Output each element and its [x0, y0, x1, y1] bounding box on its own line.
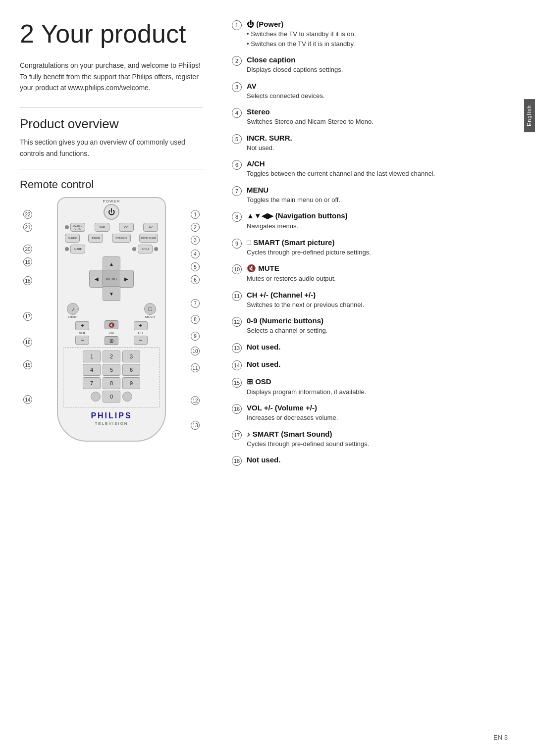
function-item-13: 13Not used.	[228, 343, 510, 353]
smart-sound-btn[interactable]: ♪ SMART	[67, 303, 79, 318]
surf-dot	[65, 247, 69, 251]
function-title-11: CH +/- (Channel +/-)	[247, 291, 510, 299]
smart-picture-btn[interactable]: □ SMART	[144, 303, 156, 318]
callout-12: 12	[191, 396, 200, 405]
function-title-2: Close caption	[247, 55, 510, 64]
btn-extra-left[interactable]	[91, 392, 101, 402]
mute-osd-group: 🔇 OSD ⊞	[105, 320, 118, 345]
btn-5[interactable]: 5	[103, 364, 120, 376]
callout-7: 7	[191, 299, 200, 308]
function-num-14: 14	[228, 360, 242, 370]
vol-ch-row: + VOL − 🔇 OSD ⊞ + CH −	[63, 320, 160, 345]
vol-minus-btn[interactable]: −	[75, 336, 89, 345]
nav-cross: ▲ ◀ MENU ▶ ▼	[89, 256, 134, 301]
page-footer: EN 3	[493, 734, 508, 741]
function-title-14: Not used.	[247, 360, 510, 368]
function-list: 1⏻ (Power)• Switches the TV to standby i…	[228, 20, 510, 466]
callout-4: 4	[191, 250, 200, 258]
function-desc-2: Displays closed captions settings.	[247, 65, 510, 75]
btn-7[interactable]: 7	[83, 377, 101, 389]
osd-label-small: OSD	[109, 331, 114, 334]
function-item-1: 1⏻ (Power)• Switches the TV to standby i…	[228, 20, 510, 49]
mute-btn[interactable]: 🔇	[105, 320, 118, 329]
active-ctrl-btn[interactable]: ACTIVE CTRL	[70, 223, 85, 232]
stereo-btn[interactable]: STEREO	[112, 234, 131, 243]
ch-minus-btn[interactable]: −	[134, 336, 148, 345]
btn-4[interactable]: 4	[83, 364, 101, 376]
callout-11: 11	[191, 363, 200, 372]
function-title-5: INCR. SURR.	[247, 134, 510, 142]
function-item-18: 18Not used.	[228, 455, 510, 466]
btn-1[interactable]: 1	[83, 351, 101, 362]
function-item-7: 7MENUToggles the main menu on or off.	[228, 186, 510, 205]
callout-1: 1	[191, 210, 200, 219]
callout-6: 6	[191, 275, 200, 284]
tv-label: TELEVISION	[63, 421, 160, 426]
function-desc-9: Cycles through pre-defined picture setti…	[247, 248, 510, 257]
btn-3[interactable]: 3	[122, 351, 140, 362]
nav-menu-btn[interactable]: MENU	[103, 270, 120, 288]
callout-8: 8	[191, 315, 200, 324]
function-desc-6: Toggles between the current channel and …	[247, 169, 510, 179]
function-num-8: 8	[228, 211, 242, 222]
function-num-17: 17	[228, 430, 242, 440]
callout-15: 15	[23, 360, 32, 369]
nav-down-btn[interactable]: ▼	[103, 286, 120, 301]
vol-group: + VOL −	[75, 321, 89, 345]
divider-1	[20, 107, 203, 107]
function-title-12: 0-9 (Numeric buttons)	[247, 316, 510, 325]
function-title-3: AV	[247, 82, 510, 90]
callout-9: 9	[191, 332, 200, 341]
callout-19: 19	[23, 257, 32, 266]
active-ctrl-dot	[65, 225, 69, 229]
timer-btn[interactable]: TIMER	[88, 234, 103, 243]
ch-plus-btn[interactable]: +	[134, 321, 148, 330]
nav-left-btn[interactable]: ◀	[89, 270, 104, 288]
vol-plus-btn[interactable]: +	[75, 321, 89, 330]
nav-up-btn[interactable]: ▲	[103, 256, 120, 271]
function-desc-5: Not used.	[247, 143, 510, 153]
btn-9[interactable]: 9	[122, 377, 140, 389]
side-tab-english: English	[524, 99, 535, 132]
left-callouts: 22 21 20 19 18 17 16 15 14	[23, 197, 32, 404]
callout-3: 3	[191, 236, 200, 245]
callout-21: 21	[23, 223, 32, 232]
btn-6[interactable]: 6	[122, 364, 140, 376]
function-title-15: ⊞ OSD	[247, 377, 510, 386]
section-title: Product overview	[20, 116, 203, 132]
btn-2[interactable]: 2	[103, 351, 120, 362]
btn-extra-right[interactable]	[122, 392, 132, 402]
btn-8[interactable]: 8	[103, 377, 120, 389]
remote-label: Remote control	[20, 178, 203, 191]
function-item-4: 4StereoSwitches Stereo and Nicam Stereo …	[228, 107, 510, 127]
function-item-9: 9□ SMART (Smart picture)Cycles through p…	[228, 238, 510, 257]
power-label: POWER	[103, 199, 120, 203]
cc-btn[interactable]: CC	[119, 223, 134, 232]
callout-5: 5	[191, 262, 200, 271]
nav-right-btn[interactable]: ▶	[119, 270, 134, 288]
incr-surr-btn[interactable]: INCR SURR	[139, 234, 158, 243]
sleep-btn[interactable]: SLEEP	[65, 234, 80, 243]
function-item-14: 14Not used.	[228, 360, 510, 370]
function-title-16: VOL +/- (Volume +/-)	[247, 403, 510, 412]
surf-btn[interactable]: SURF	[70, 245, 85, 253]
av-btn[interactable]: AV	[143, 223, 158, 232]
function-num-1: 1	[228, 20, 242, 30]
right-column: 1⏻ (Power)• Switches the TV to standby i…	[218, 20, 510, 473]
remote-body: POWER ⏻ ACTIVE CTRL SAP CC AV SLEEP T	[57, 197, 166, 442]
section-desc: This section gives you an overview of co…	[20, 137, 203, 159]
callout-2: 2	[191, 223, 200, 232]
function-desc-17: Cycles through pre-defined sound setting…	[247, 439, 510, 449]
callout-14: 14	[23, 395, 32, 404]
power-button[interactable]: ⏻	[104, 204, 119, 220]
a-ch-btn[interactable]: A/CH	[138, 245, 153, 253]
btn-0[interactable]: 0	[103, 391, 120, 403]
function-num-6: 6	[228, 159, 242, 170]
function-title-4: Stereo	[247, 107, 510, 116]
function-num-3: 3	[228, 82, 242, 92]
function-title-10: 🔇 MUTE	[247, 264, 510, 273]
osd-btn[interactable]: ⊞	[105, 336, 118, 345]
sap-btn[interactable]: SAP	[95, 223, 109, 232]
left-column: 2 Your product Congratulations on your p…	[20, 20, 218, 473]
function-item-15: 15⊞ OSDDisplays program information, if …	[228, 377, 510, 397]
